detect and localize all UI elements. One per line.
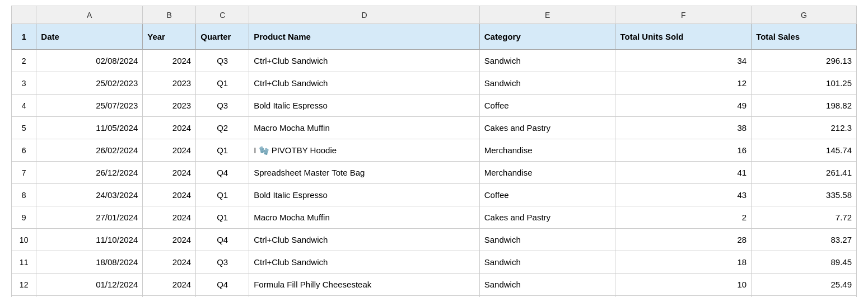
cell-quarter[interactable]: Q1 [196,72,249,95]
cell-quarter[interactable]: Q1 [196,206,249,229]
cell-year[interactable]: 2024 [143,251,196,274]
cell-quarter[interactable]: Q4 [196,274,249,296]
cell-total-units-sold[interactable]: 10 [615,274,752,296]
cell-category[interactable]: Sandwich [479,229,615,251]
col-letter-g[interactable]: G [752,6,857,24]
cell-total-units-sold[interactable]: 16 [615,139,752,162]
cell-year[interactable]: 2024 [143,117,196,139]
col-letter-f[interactable]: F [615,6,752,24]
cell-total-sales[interactable]: 25.49 [752,274,857,296]
cell-category[interactable]: Coffee [479,184,615,206]
header-quarter: Quarter [196,24,249,50]
cell-year[interactable]: 2024 [143,274,196,296]
cell-quarter[interactable]: Q1 [196,184,249,206]
spreadsheet-table: A B C D E F G 1 Date Year Quarter Produc… [11,6,857,297]
cell-category[interactable]: Cakes and Pastry [479,117,615,139]
cell-quarter[interactable]: Q1 [196,139,249,162]
row-num-4: 4 [12,95,36,117]
cell-total-units-sold[interactable]: 12 [615,72,752,95]
cell-total-sales[interactable]: 145.74 [752,139,857,162]
cell-date[interactable]: 25/07/2023 [36,95,143,117]
cell-category[interactable]: Coffee [479,95,615,117]
cell-product-name[interactable]: Macro Mocha Muffin [249,117,480,139]
cell-year[interactable]: 2024 [143,184,196,206]
cell-product-name[interactable]: Macro Mocha Muffin [249,206,480,229]
cell-category[interactable]: Sandwich [479,274,615,296]
cell-total-sales[interactable]: 89.45 [752,251,857,274]
cell-product-name[interactable]: Bold Italic Espresso [249,95,480,117]
col-letter-e[interactable]: E [479,6,615,24]
cell-total-units-sold[interactable]: 34 [615,50,752,72]
cell-product-name[interactable]: Ctrl+Club Sandwich [249,72,480,95]
cell-date[interactable]: 25/02/2023 [36,72,143,95]
cell-quarter[interactable]: Q4 [196,229,249,251]
cell-year[interactable]: 2024 [143,229,196,251]
cell-total-units-sold[interactable]: 43 [615,184,752,206]
table-row: 1011/10/20242024Q4Ctrl+Club SandwichSand… [12,229,857,251]
cell-category[interactable]: Sandwich [479,50,615,72]
cell-product-name[interactable]: Ctrl+Club Sandwich [249,50,480,72]
cell-quarter[interactable]: Q2 [196,117,249,139]
header-product-name: Product Name [249,24,480,50]
table-row: 824/03/20242024Q1Bold Italic EspressoCof… [12,184,857,206]
cell-year[interactable]: 2023 [143,72,196,95]
cell-product-name[interactable]: Spreadsheet Master Tote Bag [249,162,480,184]
cell-total-units-sold[interactable]: 38 [615,117,752,139]
cell-date[interactable]: 01/12/2024 [36,274,143,296]
col-letter-c[interactable]: C [196,6,249,24]
cell-date[interactable]: 26/12/2024 [36,162,143,184]
cell-total-units-sold[interactable]: 49 [615,95,752,117]
cell-total-units-sold[interactable]: 18 [615,251,752,274]
header-row: 1 Date Year Quarter Product Name Categor… [12,24,857,50]
cell-product-name[interactable]: Ctrl+Club Sandwich [249,251,480,274]
corner-cell [12,6,36,24]
cell-total-sales[interactable]: 198.82 [752,95,857,117]
row-num-2: 2 [12,50,36,72]
cell-total-sales[interactable]: 83.27 [752,229,857,251]
row-num-6: 6 [12,139,36,162]
table-row: 511/05/20242024Q2Macro Mocha MuffinCakes… [12,117,857,139]
cell-total-sales[interactable]: 296.13 [752,50,857,72]
cell-date[interactable]: 11/05/2024 [36,117,143,139]
cell-date[interactable]: 26/02/2024 [36,139,143,162]
cell-year[interactable]: 2024 [143,50,196,72]
cell-total-sales[interactable]: 261.41 [752,162,857,184]
cell-quarter[interactable]: Q3 [196,50,249,72]
cell-product-name[interactable]: Bold Italic Espresso [249,184,480,206]
cell-year[interactable]: 2024 [143,162,196,184]
header-total-units-sold: Total Units Sold [615,24,752,50]
cell-total-units-sold[interactable]: 41 [615,162,752,184]
cell-year[interactable]: 2024 [143,139,196,162]
cell-product-name[interactable]: Formula Fill Philly Cheesesteak [249,274,480,296]
cell-category[interactable]: Sandwich [479,72,615,95]
header-total-sales: Total Sales [752,24,857,50]
cell-quarter[interactable]: Q3 [196,95,249,117]
cell-date[interactable]: 27/01/2024 [36,206,143,229]
cell-year[interactable]: 2023 [143,95,196,117]
table-row: 927/01/20242024Q1Macro Mocha MuffinCakes… [12,206,857,229]
col-letter-a[interactable]: A [36,6,143,24]
cell-total-sales[interactable]: 212.3 [752,117,857,139]
cell-total-sales[interactable]: 335.58 [752,184,857,206]
cell-product-name[interactable]: I 🧤 PIVOTBY Hoodie [249,139,480,162]
cell-total-units-sold[interactable]: 28 [615,229,752,251]
cell-category[interactable]: Sandwich [479,251,615,274]
cell-product-name[interactable]: Ctrl+Club Sandwich [249,229,480,251]
row-num-10: 10 [12,229,36,251]
cell-date[interactable]: 11/10/2024 [36,229,143,251]
cell-total-units-sold[interactable]: 2 [615,206,752,229]
cell-date[interactable]: 24/03/2024 [36,184,143,206]
cell-date[interactable]: 02/08/2024 [36,50,143,72]
cell-year[interactable]: 2024 [143,206,196,229]
col-letter-d[interactable]: D [249,6,480,24]
cell-quarter[interactable]: Q4 [196,162,249,184]
cell-total-sales[interactable]: 101.25 [752,72,857,95]
cell-date[interactable]: 18/08/2024 [36,251,143,274]
col-letter-b[interactable]: B [143,6,196,24]
cell-quarter[interactable]: Q3 [196,251,249,274]
row-num-3: 3 [12,72,36,95]
cell-category[interactable]: Cakes and Pastry [479,206,615,229]
cell-category[interactable]: Merchandise [479,162,615,184]
cell-total-sales[interactable]: 7.72 [752,206,857,229]
cell-category[interactable]: Merchandise [479,139,615,162]
